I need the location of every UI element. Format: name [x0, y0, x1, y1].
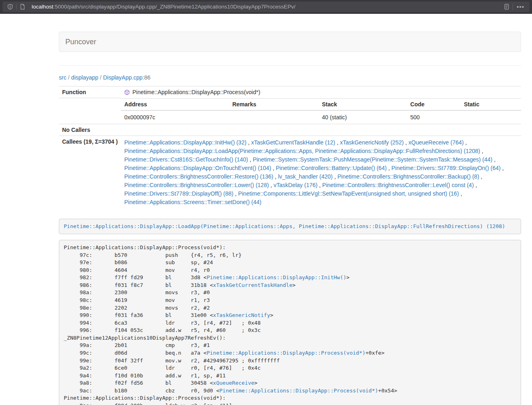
function-name: Pinetime::Applications::DisplayApp::Proc…	[132, 89, 260, 95]
callee-link[interactable]: Pinetime::Controllers::BrightnessControl…	[124, 173, 273, 180]
url-host: localhost	[32, 4, 53, 10]
column-header-remarks: Remarks	[229, 98, 319, 110]
callees-row: Callees (19, Σ=3704 ) Pinetime::Applicat…	[59, 136, 521, 209]
callee-link[interactable]: Pinetime::Applications::DisplayApp::Init…	[124, 139, 246, 146]
site-info-button[interactable]	[17, 2, 28, 12]
callee-link[interactable]: xTaskGenericNotify (252)	[340, 139, 404, 146]
remarks-value	[229, 110, 319, 124]
callee-separator: ,	[233, 190, 238, 197]
stats-header-row: Address Remarks Stack Code Static	[121, 98, 521, 110]
asm-symbol-link[interactable]: xTaskGenericNotify	[213, 312, 270, 318]
url-path: :5000/path/src/displayapp/DisplayApp.cpp…	[53, 4, 295, 10]
column-header-stack: Stack	[319, 98, 407, 110]
callee-separator: ,	[480, 148, 483, 154]
callee-separator: ,	[273, 173, 278, 180]
callee-link[interactable]: xQueueReceive (764)	[409, 139, 464, 146]
callee-link[interactable]: Pinetime::System::SystemTask::PushMessag…	[253, 156, 493, 163]
callee-separator: ,	[459, 190, 462, 197]
shield-icon	[7, 4, 13, 10]
callee-link[interactable]: lv_task_handler (420)	[278, 173, 333, 180]
breadcrumb-line-number: 86	[144, 74, 151, 81]
callee-link[interactable]: Pinetime::Applications::Screens::Timer::…	[124, 199, 261, 205]
reader-mode-icon	[504, 4, 510, 10]
callee-link[interactable]: Pinetime::Drivers::Cst816S::GetTouchInfo…	[124, 156, 248, 163]
callee-separator: ,	[464, 139, 467, 146]
code-value: 500	[407, 110, 461, 124]
breadcrumb: src / displayapp / DisplayApp.cpp:86	[59, 74, 521, 81]
tracking-protection-button[interactable]	[4, 2, 16, 12]
assembly-code: Pinetime::Applications::DisplayApp::Proc…	[59, 240, 521, 405]
url-input[interactable]: localhost:5000/path/src/displayapp/Displ…	[32, 4, 501, 10]
breadcrumb-item-src[interactable]: src	[59, 74, 67, 81]
symbol-cube-icon	[124, 89, 130, 95]
stats-table: Address Remarks Stack Code Static 0x0000…	[121, 98, 521, 124]
callee-link[interactable]: Pinetime::Drivers::St7789::DisplayOn() (…	[392, 165, 501, 171]
callee-separator: ,	[333, 173, 338, 180]
breadcrumb-separator: /	[100, 74, 103, 81]
callee-link[interactable]: vTaskDelay (176)	[274, 182, 317, 188]
highlighted-callee-link[interactable]: Pinetime::Applications::DisplayApp::Load…	[64, 223, 505, 229]
asm-symbol-link[interactable]: xQueueReceive	[213, 380, 254, 386]
callees-list: Pinetime::Applications::DisplayApp::Init…	[121, 136, 521, 209]
divider	[59, 65, 521, 66]
callee-link[interactable]: Pinetime::Applications::DisplayApp::OnTo…	[124, 165, 271, 171]
asm-symbol-link[interactable]: Pinetime::Applications::DisplayApp::Proc…	[207, 350, 365, 356]
asm-symbol-link[interactable]: Pinetime::Applications::DisplayApp::Proc…	[220, 388, 378, 394]
empty-label-cell	[59, 98, 121, 124]
callee-separator: ,	[269, 182, 274, 188]
callee-link[interactable]: Pinetime::Controllers::Battery::Update()…	[276, 165, 387, 171]
app-navbar: Puncover	[59, 32, 521, 52]
no-callers-label: No Callers	[59, 124, 121, 136]
highlighted-callee-box: Pinetime::Applications::DisplayApp::Load…	[59, 219, 521, 235]
callees-label: Callees (19, Σ=3704 )	[59, 136, 121, 209]
callee-separator: ,	[271, 165, 276, 171]
column-header-static: Static	[461, 98, 521, 110]
callee-separator: ,	[492, 156, 495, 163]
url-bar[interactable]: localhost:5000/path/src/displayapp/Displ…	[2, 2, 530, 12]
page-content: Puncover src / displayapp / DisplayApp.c…	[59, 32, 521, 405]
callee-separator: ,	[501, 165, 504, 171]
address-value: 0x0000097c	[121, 110, 229, 124]
asm-symbol-link[interactable]: Pinetime::Applications::DisplayApp::Init…	[207, 274, 346, 280]
reader-mode-button[interactable]	[501, 2, 513, 12]
page-actions-menu-button[interactable]: •••	[513, 3, 528, 10]
callee-link[interactable]: Pinetime::Applications::DisplayApp::Load…	[124, 148, 480, 154]
callee-separator: ,	[246, 139, 251, 146]
breadcrumb-item-displayapp[interactable]: displayapp	[71, 74, 98, 81]
callee-link[interactable]: Pinetime::Components::LittleVgl::SetNewT…	[238, 190, 459, 197]
callee-separator: ,	[404, 139, 409, 146]
function-table: Function Pinetime::Applications::Display…	[59, 86, 521, 209]
callee-separator: ,	[474, 182, 477, 188]
static-value	[461, 110, 521, 124]
column-header-address: Address	[121, 98, 229, 110]
function-row: Function Pinetime::Applications::Display…	[59, 86, 521, 98]
page-icon	[19, 4, 26, 10]
callee-separator: ,	[479, 173, 482, 180]
callee-link[interactable]: Pinetime::Controllers::BrightnessControl…	[337, 173, 479, 180]
callee-separator: ,	[387, 165, 392, 171]
no-callers-value	[121, 124, 521, 136]
callee-link[interactable]: Pinetime::Controllers::BrightnessControl…	[124, 182, 269, 188]
callee-separator: ,	[317, 182, 322, 188]
callee-separator: ,	[248, 156, 253, 163]
app-brand[interactable]: Puncover	[59, 32, 102, 52]
column-header-code: Code	[407, 98, 461, 110]
function-stats-row: Address Remarks Stack Code Static 0x0000…	[59, 98, 521, 124]
callee-link[interactable]: Pinetime::Controllers::BrightnessControl…	[322, 182, 474, 188]
callee-link[interactable]: Pinetime::Drivers::St7789::DisplayOff() …	[124, 190, 233, 197]
browser-toolbar: localhost:5000/path/src/displayapp/Displ…	[0, 0, 532, 14]
callee-link[interactable]: xTaskGetCurrentTaskHandle (12)	[251, 139, 335, 146]
asm-symbol-link[interactable]: xTaskGetCurrentTaskHandle	[213, 282, 293, 288]
no-callers-row: No Callers	[59, 124, 521, 136]
callee-separator: ,	[335, 139, 340, 146]
stack-value: 40 (static)	[319, 110, 407, 124]
function-label: Function	[59, 86, 121, 98]
stats-value-row: 0x0000097c 40 (static) 500	[121, 110, 521, 124]
breadcrumb-item-file[interactable]: DisplayApp.cpp:	[103, 74, 144, 81]
